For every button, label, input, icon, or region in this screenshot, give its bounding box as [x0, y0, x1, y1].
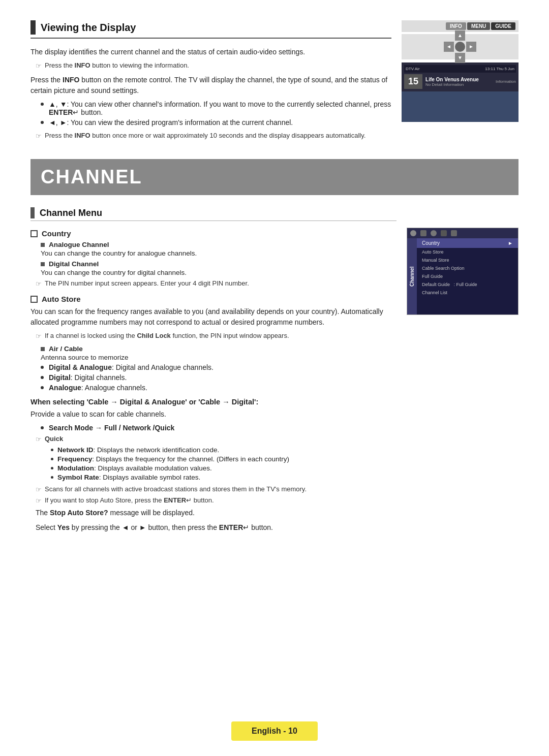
full-guide-menu-item: Full Guide — [417, 272, 518, 280]
auto-store-desc: You can scan for the frequency ranges av… — [30, 306, 396, 328]
note-line-1: ☞ Press the INFO button to viewing the i… — [36, 61, 391, 70]
channel-menu-section: Channel Menu Country Analogue Channel Yo… — [30, 207, 518, 537]
note-text-3: The PIN number input screen appears. Ent… — [45, 279, 249, 287]
quick-bullet-1: Network ID: Displays the network identif… — [51, 446, 396, 454]
screen-icon-3 — [431, 230, 437, 236]
channel-menu-title: Channel Menu — [40, 208, 102, 218]
quick-note: ☞ Quick — [36, 435, 396, 443]
country-item-label: Country — [422, 240, 440, 246]
nav-center — [455, 42, 465, 52]
sm-dot — [41, 426, 44, 429]
channel-name-info: Life On Venus Avenue No Detail Informati… — [425, 77, 479, 87]
qb-dot-2 — [51, 458, 53, 460]
tv-screen-top-container: INFO MENU GUIDE ▲ ◄ ► ▼ — [402, 20, 518, 143]
note-scan: ☞ Scans for all channels with active bro… — [36, 485, 396, 493]
note-icon-1: ☞ — [36, 62, 42, 70]
channel-header-bar: DTV Air 13:11 Thu 5 Jun — [404, 65, 516, 73]
analogue-channel-desc: You can change the country for analogue … — [41, 249, 396, 257]
air-cable-label: Air / Cable — [49, 345, 83, 353]
manual-store-menu-item: Manual Store — [417, 256, 518, 264]
menu-button: MENU — [467, 22, 490, 30]
tv-blue-screen — [402, 91, 518, 122]
note-icon-4: ☞ — [36, 332, 42, 340]
quick-bullet-3: Modulation: Displays available modulatio… — [51, 464, 396, 472]
channel-vertical-label: Channel — [407, 238, 417, 314]
channel-type: DTV Air — [406, 67, 420, 71]
stop-msg: The Stop Auto Store? message will be dis… — [36, 508, 396, 518]
country-text: Country — [42, 229, 71, 238]
channel-menu-body: Channel Country ► Auto Store Manual Stor… — [407, 238, 518, 314]
channel-sub: No Detail Information — [425, 82, 479, 87]
footer-badge: English - 10 — [231, 721, 318, 741]
channel-menu-heading: Channel Menu — [30, 207, 396, 221]
auto-store-text: Auto Store — [42, 295, 81, 303]
viewing-section: Viewing the Display The display identifi… — [30, 20, 518, 143]
qb-text-4: Symbol Rate: Displays available symbol r… — [57, 474, 200, 481]
auto-store-menu-item: Auto Store — [417, 248, 518, 256]
nav-arrows-area: ▲ ◄ ► ▼ — [402, 34, 518, 59]
channel-list-menu-item: Channel List — [417, 289, 518, 297]
d-bullet: Digital: Digital channels. — [41, 373, 396, 382]
viewing-para1: The display identifies the current chann… — [30, 47, 391, 57]
bullet-text-1: ▲, ▼: You can view other channel's infor… — [49, 100, 391, 116]
channel-name: Life On Venus Avenue — [425, 77, 479, 82]
quick-bullet-4: Symbol Rate: Displays available symbol r… — [51, 474, 396, 481]
country-item-arrow: ► — [508, 240, 513, 246]
auto-store-note: ☞ If a channel is locked using the Child… — [36, 332, 396, 340]
screen-icon-2 — [420, 230, 426, 236]
viewing-text: Viewing the Display The display identifi… — [30, 20, 391, 143]
screen-icon-1 — [410, 230, 416, 236]
digital-channel-label: Digital Channel — [49, 260, 99, 268]
sm-text: Search Mode → Full / Network /Quick — [49, 424, 174, 432]
d-dot — [41, 376, 44, 379]
nav-left: ◄ — [444, 42, 454, 52]
cable-search-menu-item: Cable Search Option — [417, 264, 518, 272]
bullet-item-2: ◄, ►: You can view the desired program's… — [41, 118, 391, 127]
info-label: Information — [496, 79, 516, 84]
cable-heading: When selecting 'Cable → Digital & Analog… — [30, 398, 396, 406]
channel-banner: CHANNEL — [30, 159, 518, 195]
quick-bullet-2: Frequency: Displays the frequency for th… — [51, 455, 396, 463]
footer: English - 10 — [0, 721, 549, 741]
qb-text-3: Modulation: Displays available modulatio… — [57, 464, 212, 472]
note-text-2: Press the INFO button once more or wait … — [45, 132, 365, 139]
viewing-para2: Press the INFO button on the remote cont… — [30, 75, 391, 96]
nav-arrows: ▲ ◄ ► ▼ — [444, 30, 476, 63]
note-icon-7: ☞ — [36, 497, 42, 505]
qb-text-1: Network ID: Displays the network identif… — [57, 446, 219, 454]
nav-up: ▲ — [455, 30, 465, 41]
a-text: Analogue: Analogue channels. — [49, 384, 147, 392]
note-icon-6: ☞ — [36, 486, 42, 493]
viewing-title: Viewing the Display — [41, 22, 136, 34]
qb-dot-3 — [51, 467, 53, 469]
channel-menu-items: Country ► Auto Store Manual Store Cable … — [417, 238, 518, 314]
nav-right: ► — [466, 42, 476, 52]
viewing-heading: Viewing the Display — [30, 20, 391, 39]
digital-channel-bullet: Digital Channel — [41, 260, 396, 268]
country-checkbox — [30, 230, 38, 237]
qb-text-2: Frequency: Displays the frequency for th… — [57, 455, 289, 463]
country-menu-item: Country ► — [417, 238, 518, 248]
channel-main-info: 15 Life On Venus Avenue No Detail Inform… — [404, 74, 516, 89]
note-text-5: Quick — [45, 435, 63, 443]
screen-icon-4 — [441, 230, 447, 236]
screen-icon-5 — [451, 230, 457, 236]
note-text-4: If a channel is locked using the Child L… — [45, 332, 289, 339]
note-line-2: ☞ Press the INFO button once more or wai… — [36, 132, 391, 140]
digital-sq — [41, 262, 45, 266]
qb-dot-4 — [51, 476, 53, 479]
default-guide-menu-item: Default Guide : Full Guide — [417, 280, 518, 289]
digital-channel-desc: You can change the country for digital c… — [41, 269, 396, 276]
air-cable-bullet: Air / Cable — [41, 345, 396, 353]
auto-store-label: Auto Store — [30, 295, 396, 303]
da-dot — [41, 366, 44, 369]
heading-bar — [30, 20, 36, 35]
bullet-dot-2 — [41, 121, 44, 124]
channel-info-display: DTV Air 13:11 Thu 5 Jun 15 Life On Venus… — [402, 62, 518, 91]
note-icon-2: ☞ — [36, 132, 42, 140]
qb-dot-1 — [51, 449, 53, 451]
note-stop: ☞ If you want to stop Auto Store, press … — [36, 496, 396, 505]
channel-menu-text: Channel Menu Country Analogue Channel Yo… — [30, 207, 396, 537]
channel-menu-screen-container: Channel Country ► Auto Store Manual Stor… — [407, 228, 518, 537]
analogue-sq — [41, 243, 45, 247]
